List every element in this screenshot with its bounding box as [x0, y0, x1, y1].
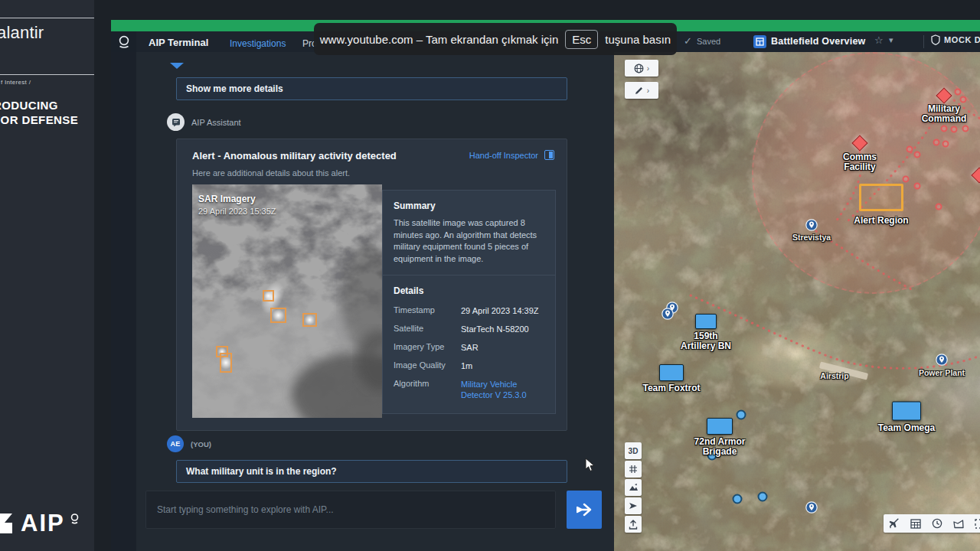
shape-icon[interactable]: [953, 519, 964, 529]
assistant-row: AIP Assistant: [167, 113, 241, 131]
red-target-1[interactable]: [955, 89, 962, 96]
intro-breadcrumb: f Interest /: [1, 79, 31, 86]
esc-key-badge: Esc: [565, 30, 598, 49]
marker-comms-facility[interactable]: [851, 135, 867, 151]
map-view-title[interactable]: Battlefield Overview: [771, 36, 866, 47]
marker-dot-1[interactable]: [737, 410, 746, 420]
pen-icon: [634, 86, 644, 96]
globe-layers-button[interactable]: ›: [625, 60, 658, 77]
marker-power-plant[interactable]: [936, 354, 948, 369]
draw-tools-button[interactable]: ›: [625, 82, 658, 99]
marker-alert-region[interactable]: [859, 184, 903, 211]
detection-box-5[interactable]: [220, 353, 232, 373]
detail-value: StarTech N-58200: [461, 324, 529, 334]
shield-icon: [931, 34, 940, 45]
detail-row-image-quality: Image Quality 1m: [394, 360, 544, 371]
chevron-right-icon: ›: [647, 86, 649, 95]
red-target-12[interactable]: [936, 204, 942, 210]
user-row: AE (YOU): [167, 435, 211, 452]
upload-button[interactable]: [625, 516, 642, 533]
marker-team-omega[interactable]: [892, 402, 921, 421]
red-target-4[interactable]: [951, 126, 958, 133]
battlefield-map[interactable]: MilitaryCommandCommsFacilityAlert Region…: [614, 52, 980, 551]
marker-72nd-armor[interactable]: [707, 418, 733, 435]
detail-label: Satellite: [394, 324, 461, 334]
marker-strevistya-label: Strevistya: [792, 233, 831, 243]
marker-159th-artillery-label: 159thArtillery BN: [681, 331, 731, 351]
marker-military-command[interactable]: [936, 87, 952, 103]
mouse-cursor: [585, 458, 595, 472]
handoff-inspector[interactable]: Hand-off Inspector: [469, 150, 554, 160]
marker-pin-cluster[interactable]: [662, 302, 681, 321]
screen: alantir f Interest / RODUCING FOR DEFENS…: [0, 0, 980, 551]
flight-icon[interactable]: [889, 518, 900, 529]
alert-info-panel: Summary This satellite image was capture…: [382, 190, 556, 414]
details-title: Details: [394, 285, 544, 296]
marker-strevistya[interactable]: [805, 219, 818, 234]
pan-arrow-icon: [629, 501, 638, 510]
palantir-logo-icon: [118, 35, 130, 49]
marker-team-omega-label: Team Omega: [878, 423, 935, 433]
intro-panel: alantir f Interest / RODUCING FOR DEFENS…: [0, 0, 94, 551]
marker-edge-facility[interactable]: [971, 167, 980, 183]
collapse-chevron-icon[interactable]: [170, 63, 184, 69]
pan-button[interactable]: [625, 497, 642, 514]
sar-image[interactable]: SAR Imagery 29 April 2023 15:35Z: [192, 184, 382, 418]
handoff-label[interactable]: Hand-off Inspector: [469, 151, 538, 160]
detection-box-3[interactable]: [302, 313, 317, 327]
detection-box-1[interactable]: [263, 290, 274, 302]
app-title: AIP Terminal: [149, 37, 208, 48]
send-button[interactable]: [567, 491, 602, 529]
upload-icon: [629, 520, 638, 530]
aip-logo-mark-icon: [70, 514, 79, 524]
alert-card: Alert - Anomalous military activity dete…: [176, 139, 567, 431]
grid-icon: [629, 465, 638, 474]
table-icon[interactable]: [910, 519, 921, 529]
marker-team-foxtrot[interactable]: [659, 364, 684, 381]
red-target-6[interactable]: [933, 139, 940, 146]
sar-terrain-texture: [192, 184, 382, 418]
chat-bubble-icon: [172, 118, 181, 127]
algorithm-link[interactable]: Military Vehicle Detector V 25.3.0: [461, 379, 544, 400]
marker-dot-3[interactable]: [733, 494, 743, 504]
clock-icon[interactable]: [932, 518, 942, 529]
terrain-button[interactable]: [625, 479, 642, 496]
assistant-avatar: [167, 113, 185, 131]
user-prompt-bubble[interactable]: What military unit is in the region?: [176, 460, 567, 483]
map-control-stack: 3D: [625, 442, 642, 533]
map-bottom-toolbar: [884, 514, 980, 533]
divider: [0, 74, 94, 75]
marker-alert-region-label: Alert Region: [854, 216, 908, 226]
red-target-7[interactable]: [942, 141, 949, 148]
marker-pin-south[interactable]: [805, 501, 818, 517]
chevron-down-icon[interactable]: ▾: [889, 35, 893, 45]
red-target-3[interactable]: [941, 126, 948, 132]
select-area-icon[interactable]: [975, 519, 980, 529]
red-target-11[interactable]: [914, 183, 921, 190]
3d-button[interactable]: 3D: [625, 442, 642, 459]
red-target-5[interactable]: [962, 126, 969, 132]
favorite-star-icon[interactable]: ☆: [874, 34, 884, 46]
marker-dot-4[interactable]: [758, 492, 768, 502]
tab-investigations[interactable]: Investigations: [230, 38, 286, 49]
aip-footer-logo: AIP: [0, 510, 79, 537]
alert-subtitle: Here are additional details about this a…: [192, 168, 350, 178]
grid-button[interactable]: [625, 461, 642, 478]
red-target-9[interactable]: [914, 152, 921, 158]
chat-panel: Show me more details AIP Assistant Alert…: [136, 52, 614, 551]
detail-label: Algorithm: [394, 379, 461, 400]
summary-body: This satellite image was captured 8 minu…: [394, 217, 544, 265]
nav-logo-column[interactable]: [111, 31, 136, 52]
previous-prompt-bubble[interactable]: Show me more details: [176, 77, 567, 100]
chat-input[interactable]: [146, 491, 555, 528]
detection-box-2[interactable]: [270, 308, 286, 323]
marker-159th-artillery[interactable]: [695, 314, 717, 329]
you-label: (YOU): [191, 440, 211, 448]
red-target-10[interactable]: [903, 176, 910, 183]
divider: [923, 35, 924, 48]
marker-comms-facility-label: CommsFacility: [843, 152, 877, 172]
red-target-2[interactable]: [960, 96, 967, 103]
red-target-8[interactable]: [906, 146, 913, 153]
detail-label: Image Quality: [394, 360, 461, 371]
handoff-toggle-icon[interactable]: [544, 150, 554, 160]
